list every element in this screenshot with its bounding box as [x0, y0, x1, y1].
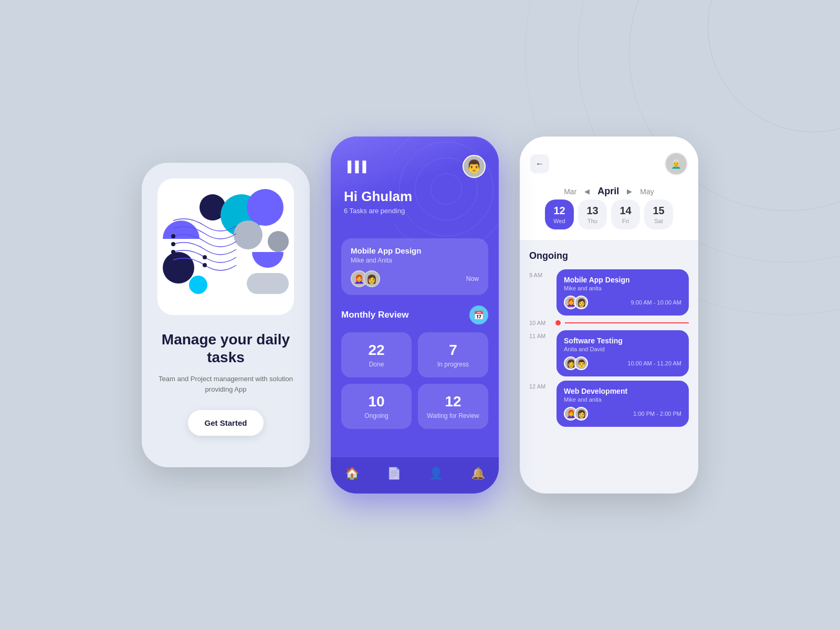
task-title: Mobile App Design	[351, 246, 479, 255]
event-card-software-testing[interactable]: Software Testing Anita and David 👩 👨 10.…	[556, 330, 689, 376]
svg-point-3	[203, 255, 207, 259]
stat-done-num: 22	[349, 342, 404, 359]
avatar-anita-wd: 👩	[574, 407, 588, 421]
event-title-web-dev: Web Development	[564, 387, 681, 395]
event-card-mobile-app[interactable]: Mobile App Design Mike and anita 👩‍🦰 👩 9…	[556, 269, 689, 316]
date-num-12: 12	[553, 205, 565, 217]
ongoing-title: Ongoing	[529, 250, 689, 261]
dashboard-content: Mobile App Design Mike and Anita 👩‍🦰 👩 N…	[331, 228, 499, 457]
event-avatars-mobile-app: 👩‍🦰 👩	[564, 296, 585, 309]
stat-waiting-num: 12	[426, 393, 480, 410]
review-header: Monthly Review 📅	[341, 306, 488, 324]
phone2-dashboard: ▐▐▐ 👨 Hi Ghulam 6 Tasks are pending Mobi…	[331, 136, 499, 494]
date-12[interactable]: 12 Wed	[545, 200, 574, 229]
prev-month-button[interactable]: Mar	[564, 187, 576, 196]
date-num-14: 14	[620, 205, 631, 217]
event-sub-web-dev: Mike and anita	[564, 396, 681, 403]
progress-indicator-row: 10 AM	[529, 320, 689, 326]
event-title-software-testing: Software Testing	[564, 337, 681, 345]
wave-ring-5	[430, 173, 462, 205]
nav-home-icon[interactable]: 🏠	[345, 467, 359, 480]
nav-docs-icon[interactable]: 📄	[387, 467, 401, 480]
event-time-web-dev: 1:00 PM - 2:00 PM	[633, 411, 681, 417]
back-button[interactable]: ←	[530, 154, 549, 173]
shape-purple-circle	[247, 189, 284, 226]
phones-container: Manage your daily tasks Team and Project…	[142, 136, 698, 494]
bottom-navigation: 🏠 📄 👤 🔔	[331, 457, 499, 494]
stat-ongoing-label: Ongoing	[349, 412, 404, 419]
shape-gray-rect	[247, 273, 289, 294]
calendar-content: Ongoing 9 AM Mobile App Design Mike and …	[520, 240, 698, 494]
stats-grid: 22 Done 7 In progress 10 Ongoing 12 Wait…	[341, 332, 488, 429]
time-label-11am: 11 AM	[529, 330, 551, 339]
event-title-mobile-app: Mobile App Design	[564, 276, 681, 284]
event-footer-mobile-app: 👩‍🦰 👩 9.00 AM - 10.00 AM	[564, 296, 681, 309]
avatar-david-st: 👨	[574, 356, 588, 370]
time-label-10am-progress: 10 AM	[529, 320, 551, 326]
shape-purple2-semicircle	[252, 252, 284, 268]
event-avatars-software-testing: 👩 👨	[564, 356, 585, 370]
review-section: Monthly Review 📅 22 Done 7 In progress 1…	[341, 306, 488, 429]
month-navigation: Mar ◀ April ▶ May	[530, 186, 688, 197]
date-13[interactable]: 13 Thu	[578, 200, 607, 229]
shape-gray2-circle	[268, 231, 289, 252]
svg-point-1	[171, 242, 175, 246]
event-row-software-testing: 11 AM Software Testing Anita and David 👩…	[529, 330, 689, 376]
user-avatar-calendar[interactable]: 👨‍🦳	[665, 152, 688, 175]
date-15[interactable]: 15 Sat	[644, 200, 673, 229]
event-time-mobile-app: 9.00 AM - 10.00 AM	[631, 299, 681, 306]
artwork-panel	[158, 178, 294, 315]
task-footer: 👩‍🦰 👩 Now	[351, 270, 479, 287]
phone3-calendar: ← 👨‍🦳 Mar ◀ April ▶ May 12 Wed 13 T	[520, 136, 698, 494]
stat-done: 22 Done	[341, 332, 412, 377]
time-label-12am: 12 AM	[529, 381, 551, 390]
header-wave-decoration	[394, 136, 499, 242]
event-sub-software-testing: Anita and David	[564, 346, 681, 352]
calendar-top-row: ← 👨‍🦳	[530, 152, 688, 175]
date-day-14: Fri	[622, 218, 629, 224]
date-day-13: Thu	[587, 218, 597, 224]
task-subtitle: Mike and Anita	[351, 257, 479, 264]
date-num-13: 13	[586, 205, 598, 217]
stat-ongoing-num: 10	[349, 393, 404, 410]
phone1-onboarding: Manage your daily tasks Team and Project…	[142, 163, 310, 467]
current-month: April	[597, 186, 619, 197]
progress-dot	[555, 320, 561, 326]
nav-profile-icon[interactable]: 👤	[429, 467, 443, 480]
svg-point-2	[171, 250, 175, 254]
calendar-header: ← 👨‍🦳 Mar ◀ April ▶ May 12 Wed 13 T	[520, 136, 698, 240]
stat-inprogress-num: 7	[426, 342, 480, 359]
onboarding-subtitle: Team and Project management with solutio…	[155, 374, 297, 394]
review-title: Monthly Review	[341, 310, 408, 320]
event-footer-software-testing: 👩 👨 10.00 AM - 11.20 AM	[564, 356, 681, 370]
stat-waiting-label: Waiting for Review	[426, 412, 480, 419]
task-avatars: 👩‍🦰 👩	[351, 270, 376, 287]
nav-bell-icon[interactable]: 🔔	[471, 467, 485, 480]
date-14[interactable]: 14 Fri	[611, 200, 640, 229]
task-card[interactable]: Mobile App Design Mike and Anita 👩‍🦰 👩 N…	[341, 238, 488, 295]
task-time: Now	[466, 275, 479, 282]
date-day-12: Wed	[553, 218, 565, 224]
stat-inprogress-label: In progress	[426, 361, 480, 368]
event-footer-web-dev: 👩‍🦰 👩 1:00 PM - 2:00 PM	[564, 407, 681, 421]
get-started-button[interactable]: Get Started	[188, 410, 264, 436]
event-time-software-testing: 10.00 AM - 11.20 AM	[627, 360, 681, 366]
stat-waiting: 12 Waiting for Review	[418, 384, 488, 429]
bar-chart-icon: ▐▐▐	[344, 161, 366, 173]
onboarding-text: Manage your daily tasks Team and Project…	[155, 331, 297, 394]
wave-lines-icon	[168, 210, 242, 294]
calendar-icon-button[interactable]: 📅	[469, 306, 488, 324]
event-card-web-dev[interactable]: Web Development Mike and anita 👩‍🦰 👩 1:0…	[556, 381, 689, 427]
stat-inprogress: 7 In progress	[418, 332, 488, 377]
svg-point-4	[203, 263, 207, 267]
event-avatars-web-dev: 👩‍🦰 👩	[564, 407, 585, 421]
event-row-mobile-app: 9 AM Mobile App Design Mike and anita 👩‍…	[529, 269, 689, 316]
progress-line	[565, 322, 689, 323]
event-sub-mobile-app: Mike and anita	[564, 285, 681, 291]
svg-point-0	[171, 234, 175, 238]
stat-done-label: Done	[349, 361, 404, 368]
next-month-button[interactable]: May	[640, 187, 654, 196]
avatar-anita-cal: 👩	[574, 296, 588, 309]
stat-ongoing: 10 Ongoing	[341, 384, 412, 429]
date-day-15: Sat	[654, 218, 663, 224]
